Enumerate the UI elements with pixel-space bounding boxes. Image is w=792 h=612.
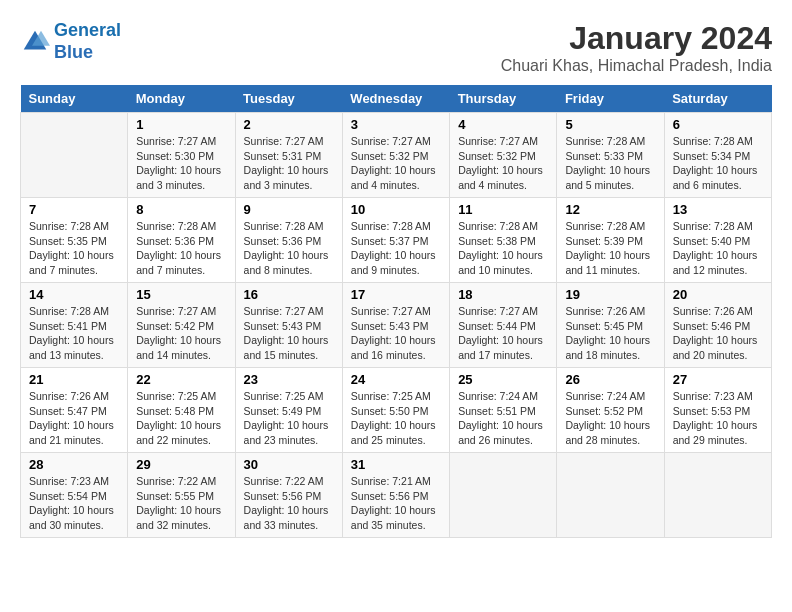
calendar-cell: 12Sunrise: 7:28 AMSunset: 5:39 PMDayligh… (557, 198, 664, 283)
calendar-cell: 6Sunrise: 7:28 AMSunset: 5:34 PMDaylight… (664, 113, 771, 198)
calendar-cell: 18Sunrise: 7:27 AMSunset: 5:44 PMDayligh… (450, 283, 557, 368)
calendar-cell: 20Sunrise: 7:26 AMSunset: 5:46 PMDayligh… (664, 283, 771, 368)
header-monday: Monday (128, 85, 235, 113)
calendar-cell: 11Sunrise: 7:28 AMSunset: 5:38 PMDayligh… (450, 198, 557, 283)
calendar-cell: 24Sunrise: 7:25 AMSunset: 5:50 PMDayligh… (342, 368, 449, 453)
day-info: Sunrise: 7:25 AMSunset: 5:50 PMDaylight:… (351, 389, 441, 448)
day-number: 1 (136, 117, 226, 132)
logo-general: General (54, 20, 121, 40)
calendar-cell: 9Sunrise: 7:28 AMSunset: 5:36 PMDaylight… (235, 198, 342, 283)
day-number: 24 (351, 372, 441, 387)
calendar-cell: 28Sunrise: 7:23 AMSunset: 5:54 PMDayligh… (21, 453, 128, 538)
day-info: Sunrise: 7:24 AMSunset: 5:52 PMDaylight:… (565, 389, 655, 448)
header-tuesday: Tuesday (235, 85, 342, 113)
calendar-week-row: 21Sunrise: 7:26 AMSunset: 5:47 PMDayligh… (21, 368, 772, 453)
day-number: 27 (673, 372, 763, 387)
calendar-cell: 5Sunrise: 7:28 AMSunset: 5:33 PMDaylight… (557, 113, 664, 198)
calendar-cell: 10Sunrise: 7:28 AMSunset: 5:37 PMDayligh… (342, 198, 449, 283)
day-number: 5 (565, 117, 655, 132)
calendar-cell: 25Sunrise: 7:24 AMSunset: 5:51 PMDayligh… (450, 368, 557, 453)
day-number: 6 (673, 117, 763, 132)
day-number: 15 (136, 287, 226, 302)
calendar-cell: 17Sunrise: 7:27 AMSunset: 5:43 PMDayligh… (342, 283, 449, 368)
calendar-cell: 22Sunrise: 7:25 AMSunset: 5:48 PMDayligh… (128, 368, 235, 453)
calendar-cell: 14Sunrise: 7:28 AMSunset: 5:41 PMDayligh… (21, 283, 128, 368)
day-info: Sunrise: 7:25 AMSunset: 5:49 PMDaylight:… (244, 389, 334, 448)
calendar-cell: 23Sunrise: 7:25 AMSunset: 5:49 PMDayligh… (235, 368, 342, 453)
day-number: 18 (458, 287, 548, 302)
day-info: Sunrise: 7:22 AMSunset: 5:55 PMDaylight:… (136, 474, 226, 533)
day-number: 13 (673, 202, 763, 217)
calendar-cell: 13Sunrise: 7:28 AMSunset: 5:40 PMDayligh… (664, 198, 771, 283)
day-info: Sunrise: 7:27 AMSunset: 5:43 PMDaylight:… (351, 304, 441, 363)
month-title: January 2024 (501, 20, 772, 57)
day-info: Sunrise: 7:28 AMSunset: 5:38 PMDaylight:… (458, 219, 548, 278)
day-info: Sunrise: 7:27 AMSunset: 5:44 PMDaylight:… (458, 304, 548, 363)
day-info: Sunrise: 7:28 AMSunset: 5:33 PMDaylight:… (565, 134, 655, 193)
day-info: Sunrise: 7:28 AMSunset: 5:35 PMDaylight:… (29, 219, 119, 278)
day-number: 22 (136, 372, 226, 387)
day-info: Sunrise: 7:28 AMSunset: 5:36 PMDaylight:… (244, 219, 334, 278)
day-info: Sunrise: 7:23 AMSunset: 5:53 PMDaylight:… (673, 389, 763, 448)
header-friday: Friday (557, 85, 664, 113)
day-info: Sunrise: 7:26 AMSunset: 5:45 PMDaylight:… (565, 304, 655, 363)
calendar-cell: 1Sunrise: 7:27 AMSunset: 5:30 PMDaylight… (128, 113, 235, 198)
day-number: 2 (244, 117, 334, 132)
day-info: Sunrise: 7:27 AMSunset: 5:32 PMDaylight:… (351, 134, 441, 193)
day-number: 12 (565, 202, 655, 217)
calendar-cell (21, 113, 128, 198)
day-number: 28 (29, 457, 119, 472)
calendar-cell: 8Sunrise: 7:28 AMSunset: 5:36 PMDaylight… (128, 198, 235, 283)
day-number: 17 (351, 287, 441, 302)
calendar-cell: 16Sunrise: 7:27 AMSunset: 5:43 PMDayligh… (235, 283, 342, 368)
calendar-cell: 21Sunrise: 7:26 AMSunset: 5:47 PMDayligh… (21, 368, 128, 453)
day-number: 8 (136, 202, 226, 217)
day-number: 7 (29, 202, 119, 217)
calendar-cell (557, 453, 664, 538)
day-info: Sunrise: 7:21 AMSunset: 5:56 PMDaylight:… (351, 474, 441, 533)
day-number: 21 (29, 372, 119, 387)
day-info: Sunrise: 7:28 AMSunset: 5:36 PMDaylight:… (136, 219, 226, 278)
day-info: Sunrise: 7:22 AMSunset: 5:56 PMDaylight:… (244, 474, 334, 533)
calendar-cell: 3Sunrise: 7:27 AMSunset: 5:32 PMDaylight… (342, 113, 449, 198)
day-info: Sunrise: 7:27 AMSunset: 5:43 PMDaylight:… (244, 304, 334, 363)
day-number: 3 (351, 117, 441, 132)
day-number: 23 (244, 372, 334, 387)
calendar-cell: 4Sunrise: 7:27 AMSunset: 5:32 PMDaylight… (450, 113, 557, 198)
calendar-cell: 19Sunrise: 7:26 AMSunset: 5:45 PMDayligh… (557, 283, 664, 368)
day-number: 14 (29, 287, 119, 302)
day-number: 16 (244, 287, 334, 302)
day-number: 25 (458, 372, 548, 387)
location: Chuari Khas, Himachal Pradesh, India (501, 57, 772, 75)
day-info: Sunrise: 7:23 AMSunset: 5:54 PMDaylight:… (29, 474, 119, 533)
calendar-cell: 7Sunrise: 7:28 AMSunset: 5:35 PMDaylight… (21, 198, 128, 283)
day-number: 26 (565, 372, 655, 387)
logo-text: General Blue (54, 20, 121, 63)
logo-icon (20, 27, 50, 57)
calendar-header-row: SundayMondayTuesdayWednesdayThursdayFrid… (21, 85, 772, 113)
day-info: Sunrise: 7:28 AMSunset: 5:39 PMDaylight:… (565, 219, 655, 278)
day-info: Sunrise: 7:28 AMSunset: 5:37 PMDaylight:… (351, 219, 441, 278)
title-block: January 2024 Chuari Khas, Himachal Prade… (501, 20, 772, 75)
header-sunday: Sunday (21, 85, 128, 113)
logo-blue: Blue (54, 42, 93, 62)
calendar-cell: 30Sunrise: 7:22 AMSunset: 5:56 PMDayligh… (235, 453, 342, 538)
header-thursday: Thursday (450, 85, 557, 113)
page-header: General Blue January 2024 Chuari Khas, H… (20, 20, 772, 75)
day-number: 31 (351, 457, 441, 472)
day-number: 19 (565, 287, 655, 302)
calendar-week-row: 7Sunrise: 7:28 AMSunset: 5:35 PMDaylight… (21, 198, 772, 283)
day-info: Sunrise: 7:28 AMSunset: 5:40 PMDaylight:… (673, 219, 763, 278)
calendar-week-row: 1Sunrise: 7:27 AMSunset: 5:30 PMDaylight… (21, 113, 772, 198)
logo: General Blue (20, 20, 121, 63)
day-info: Sunrise: 7:27 AMSunset: 5:31 PMDaylight:… (244, 134, 334, 193)
day-number: 29 (136, 457, 226, 472)
day-number: 11 (458, 202, 548, 217)
calendar-week-row: 14Sunrise: 7:28 AMSunset: 5:41 PMDayligh… (21, 283, 772, 368)
calendar-cell: 26Sunrise: 7:24 AMSunset: 5:52 PMDayligh… (557, 368, 664, 453)
calendar-cell: 2Sunrise: 7:27 AMSunset: 5:31 PMDaylight… (235, 113, 342, 198)
day-number: 10 (351, 202, 441, 217)
day-info: Sunrise: 7:28 AMSunset: 5:41 PMDaylight:… (29, 304, 119, 363)
day-info: Sunrise: 7:27 AMSunset: 5:42 PMDaylight:… (136, 304, 226, 363)
calendar-table: SundayMondayTuesdayWednesdayThursdayFrid… (20, 85, 772, 538)
